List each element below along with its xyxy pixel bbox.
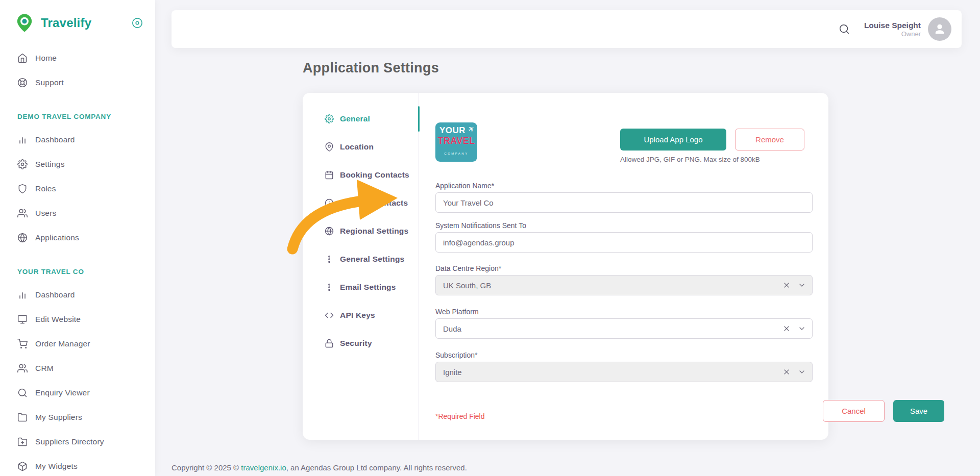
avatar[interactable] xyxy=(928,17,951,41)
disc-icon[interactable] xyxy=(132,17,143,29)
system-notifications-field: System Notifications Sent To xyxy=(435,221,813,253)
tab-label: Location xyxy=(340,142,374,152)
sidebar-nav: Home Support DEMO TRAVEL COMPANY Dashboa… xyxy=(0,46,155,476)
settings-tabs: General Location Booking Contacts Suppor… xyxy=(303,93,419,440)
system-notifications-label: System Notifications Sent To xyxy=(435,221,813,230)
sidebar-item-roles[interactable]: Roles xyxy=(0,177,155,201)
code-icon xyxy=(325,311,334,320)
tab-label: Booking Contacts xyxy=(340,170,409,180)
web-platform-label: Web Platform xyxy=(435,308,813,316)
sidebar-item-my-widgets[interactable]: My Widgets xyxy=(0,454,155,476)
sidebar-item-home[interactable]: Home xyxy=(0,46,155,70)
tab-email-settings[interactable]: Email Settings xyxy=(303,273,419,301)
footer-text-prefix: Copyright © 2025 © xyxy=(172,463,241,472)
sidebar-item-order-manager[interactable]: Order Manager xyxy=(0,332,155,356)
sidebar-item-edit-website[interactable]: Edit Website xyxy=(0,307,155,332)
clear-icon[interactable] xyxy=(782,324,791,333)
application-name-label: Application Name* xyxy=(435,182,813,190)
upload-hint: Allowed JPG, GIF or PNG. Max size of 800… xyxy=(620,156,760,163)
monitor-icon xyxy=(17,314,28,324)
cancel-button[interactable]: Cancel xyxy=(823,400,885,422)
tab-label: Security xyxy=(340,339,372,348)
sidebar-item-label: Enquiry Viewer xyxy=(35,388,90,397)
subscription-select[interactable]: Ignite xyxy=(435,362,813,382)
subscription-label: Subscription* xyxy=(435,351,813,359)
sidebar-item-label: My Suppliers xyxy=(35,413,82,422)
chevron-down-icon[interactable] xyxy=(798,281,806,289)
select-value: Ignite xyxy=(443,368,782,377)
sidebar-item-label: My Widgets xyxy=(35,462,78,471)
sidebar-item-support[interactable]: Support xyxy=(0,70,155,95)
map-pin-icon xyxy=(325,142,334,152)
tab-label: General Settings xyxy=(340,255,404,264)
topbar: Louise Speight Owner xyxy=(172,10,962,48)
sidebar-item-label: Dashboard xyxy=(35,290,75,299)
home-icon xyxy=(17,53,28,63)
upload-app-logo-button[interactable]: Upload App Logo xyxy=(620,129,726,151)
chevron-down-icon[interactable] xyxy=(798,368,806,376)
globe-icon xyxy=(17,233,28,243)
sidebar-item-dashboard-co[interactable]: Dashboard xyxy=(0,283,155,307)
tab-label: Email Settings xyxy=(340,283,396,292)
dots-vertical-icon xyxy=(325,283,334,292)
logo-text-travel: TRAVEL xyxy=(435,135,477,146)
footer-link-travelgenix[interactable]: travelgenix.io xyxy=(241,463,286,472)
bar-chart-icon xyxy=(17,290,28,300)
sidebar-item-settings[interactable]: Settings xyxy=(0,152,155,177)
box-icon xyxy=(17,461,28,471)
application-name-input[interactable] xyxy=(435,192,813,213)
sidebar-item-applications[interactable]: Applications xyxy=(0,226,155,250)
sidebar-item-my-suppliers[interactable]: My Suppliers xyxy=(0,405,155,430)
sidebar-item-label: Settings xyxy=(35,160,65,169)
brand-row: Travelify xyxy=(0,0,155,46)
sidebar-item-label: Dashboard xyxy=(35,135,75,144)
sidebar-item-label: Support xyxy=(35,78,64,87)
sidebar-item-dashboard-demo[interactable]: Dashboard xyxy=(0,128,155,152)
web-platform-select[interactable]: Duda xyxy=(435,318,813,339)
sidebar-item-label: Order Manager xyxy=(35,339,90,348)
dots-vertical-icon xyxy=(325,255,334,264)
select-value: Duda xyxy=(443,324,782,333)
app-logo-preview: YOUR ✈ TRAVEL COMPANY xyxy=(435,122,477,162)
data-centre-region-select[interactable]: UK South, GB xyxy=(435,275,813,295)
user-name: Louise Speight xyxy=(864,20,921,30)
folder-icon xyxy=(17,412,28,422)
user-menu[interactable]: Louise Speight Owner xyxy=(864,20,921,38)
tab-booking-contacts[interactable]: Booking Contacts xyxy=(303,161,419,189)
search-icon xyxy=(17,388,28,398)
remove-logo-button[interactable]: Remove xyxy=(735,129,804,151)
globe-icon xyxy=(325,227,334,236)
shield-icon xyxy=(17,184,28,194)
tab-label: General xyxy=(340,114,370,123)
sidebar-item-suppliers-directory[interactable]: Suppliers Directory xyxy=(0,430,155,454)
user-role: Owner xyxy=(864,30,921,38)
brand-name: Travelify xyxy=(41,16,132,30)
web-platform-field: Web Platform Duda xyxy=(435,308,813,339)
users-icon xyxy=(17,363,28,373)
general-settings-form: YOUR ✈ TRAVEL COMPANY Upload App Logo Re… xyxy=(435,93,813,440)
tab-regional-settings[interactable]: Regional Settings xyxy=(303,217,419,245)
sidebar-item-label: Edit Website xyxy=(35,315,81,324)
gear-icon xyxy=(325,114,334,123)
sidebar-item-enquiry-viewer[interactable]: Enquiry Viewer xyxy=(0,381,155,405)
map-pin-brand-icon xyxy=(14,13,35,33)
save-button[interactable]: Save xyxy=(893,400,944,422)
application-name-field: Application Name* xyxy=(435,182,813,213)
chevron-down-icon[interactable] xyxy=(798,324,806,333)
clear-icon[interactable] xyxy=(782,281,791,289)
page-title: Application Settings xyxy=(303,60,439,76)
tab-general-settings[interactable]: General Settings xyxy=(303,245,419,273)
sidebar-item-users[interactable]: Users xyxy=(0,201,155,226)
tab-security[interactable]: Security xyxy=(303,329,419,357)
tab-location[interactable]: Location xyxy=(303,133,419,161)
tab-general[interactable]: General xyxy=(303,105,419,133)
clear-icon[interactable] xyxy=(782,368,791,376)
sidebar-item-crm[interactable]: CRM xyxy=(0,356,155,381)
search-icon[interactable] xyxy=(839,23,850,35)
tab-support-contacts[interactable]: Support Contacts xyxy=(303,189,419,217)
tab-api-keys[interactable]: API Keys xyxy=(303,301,419,329)
sidebar-item-label: Roles xyxy=(35,184,56,193)
info-icon xyxy=(325,198,334,208)
data-centre-region-field: Data Centre Region* UK South, GB xyxy=(435,264,813,295)
system-notifications-input[interactable] xyxy=(435,232,813,253)
